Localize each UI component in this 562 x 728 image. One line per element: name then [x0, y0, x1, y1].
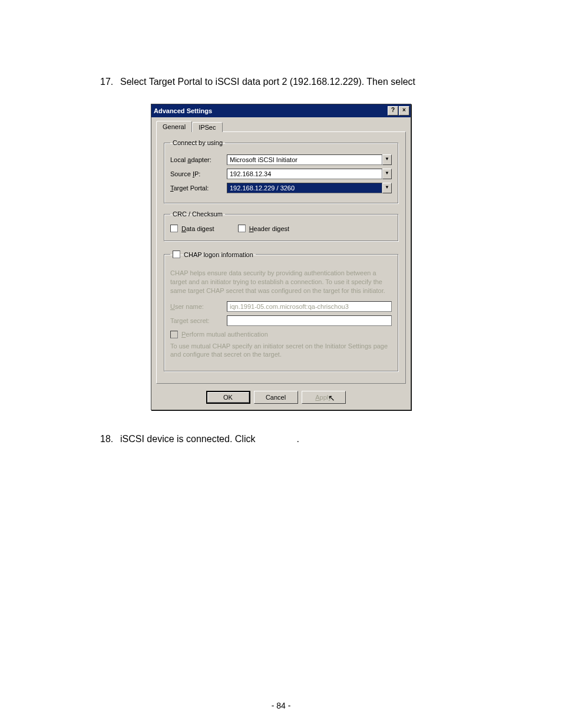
chap-description: CHAP helps ensure data security by provi…: [170, 269, 392, 295]
apply-button: Apply: [302, 391, 346, 404]
advanced-settings-dialog: Advanced Settings ? × General IPSec Conn…: [151, 104, 411, 410]
tab-general[interactable]: General: [156, 121, 192, 132]
help-icon[interactable]: ?: [388, 106, 398, 116]
header-digest-checkbox[interactable]: [238, 225, 246, 232]
dialog-title: Advanced Settings: [154, 107, 212, 114]
target-portal-label: Target Portal:: [170, 185, 227, 192]
mutual-description: To use mutual CHAP specify an initiator …: [170, 342, 392, 360]
chap-enable-checkbox[interactable]: [173, 251, 180, 258]
source-ip-select[interactable]: [227, 169, 382, 179]
target-secret-label: Target secret:: [170, 317, 227, 324]
step-17-text: 17.Select Target Portal to iSCSI data po…: [100, 77, 462, 87]
step-18-text: 18.iSCSI device is connected. Click.: [100, 434, 462, 444]
user-name-label: User name:: [170, 303, 227, 310]
connect-legend: Connect by using: [170, 139, 225, 146]
target-secret-input: [227, 315, 392, 326]
data-digest-label: Data digest: [181, 225, 214, 232]
chevron-down-icon[interactable]: ▼: [382, 169, 392, 179]
target-portal-select[interactable]: [227, 183, 382, 193]
close-icon[interactable]: ×: [399, 106, 409, 116]
crc-checksum-group: CRC / Checksum Data digest Header digest: [164, 210, 398, 241]
chap-legend: CHAP logon information: [170, 248, 256, 261]
cancel-button[interactable]: Cancel: [254, 391, 298, 404]
mutual-auth-checkbox: [170, 331, 178, 338]
titlebar: Advanced Settings ? ×: [151, 104, 411, 117]
ok-button[interactable]: OK: [206, 391, 250, 404]
connect-by-using-group: Connect by using Local adapter: ▼ Source…: [164, 139, 398, 203]
chevron-down-icon[interactable]: ▼: [382, 154, 392, 165]
crc-legend: CRC / Checksum: [170, 210, 225, 218]
mutual-auth-label: Perform mutual authentication: [181, 331, 268, 338]
header-digest-label: Header digest: [249, 225, 290, 232]
chap-logon-group: CHAP logon information CHAP helps ensure…: [164, 248, 398, 371]
data-digest-checkbox[interactable]: [170, 225, 178, 232]
tab-ipsec[interactable]: IPSec: [192, 122, 222, 132]
user-name-input: [227, 301, 392, 312]
local-adapter-label: Local adapter:: [170, 156, 227, 163]
local-adapter-select[interactable]: [227, 154, 382, 165]
source-ip-label: Source IP:: [170, 170, 227, 177]
chevron-down-icon[interactable]: ▼: [382, 183, 392, 193]
